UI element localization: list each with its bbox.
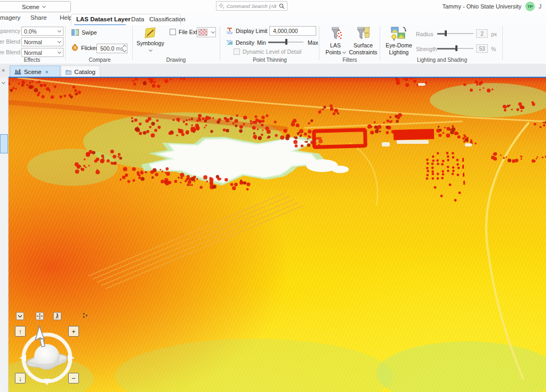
catalog-icon bbox=[66, 69, 71, 75]
command-search-placeholder: Command Search (Alt+Q) bbox=[227, 3, 277, 9]
view-tab-strip: × Scene × Catalog bbox=[0, 65, 546, 78]
feature-blend-label: ature Blend bbox=[0, 49, 20, 55]
view-tab-scene[interactable]: Scene × bbox=[10, 66, 60, 78]
density-row: Density Min bbox=[226, 39, 266, 46]
point-thinning-group-label: Point Thinning bbox=[232, 57, 307, 63]
tab-imagery[interactable]: magery bbox=[0, 14, 20, 21]
display-limit-label: Display Limit bbox=[236, 28, 268, 34]
radius-unit: px bbox=[491, 31, 497, 37]
dynamic-lod-checkbox[interactable] bbox=[234, 48, 240, 55]
navigator-up-button[interactable]: ↑ bbox=[15, 326, 26, 337]
flicker-icon bbox=[71, 44, 78, 51]
scene-navigator[interactable]: ↑ + ↓ − bbox=[15, 310, 96, 392]
strength-unit: % bbox=[491, 46, 496, 52]
clipped-overflow-text: J bbox=[539, 3, 542, 10]
sparkle-icon bbox=[219, 3, 224, 9]
tab-share[interactable]: Share bbox=[30, 14, 47, 21]
symbology-label: Symbology bbox=[136, 40, 164, 47]
flicker-interval-input[interactable]: 500.0 ms bbox=[97, 44, 127, 53]
swipe-button[interactable]: Swipe bbox=[71, 29, 97, 36]
display-limit-row: Display Limit bbox=[226, 27, 268, 34]
navigator-zoom-out-button[interactable]: − bbox=[68, 373, 79, 383]
display-limit-icon bbox=[226, 27, 233, 34]
eye-dome-lighting-icon bbox=[390, 26, 407, 42]
flicker-button[interactable]: Flicker bbox=[71, 44, 98, 51]
navigator-compass[interactable] bbox=[15, 310, 96, 392]
swipe-label: Swipe bbox=[82, 29, 97, 36]
scene-view-icon bbox=[14, 69, 21, 75]
tab-classification[interactable]: Classification bbox=[149, 16, 186, 22]
density-label: Density bbox=[236, 39, 254, 46]
flicker-spinner[interactable] bbox=[123, 45, 126, 52]
pane-close-icon[interactable]: × bbox=[2, 67, 5, 74]
tab-data[interactable]: Data bbox=[131, 16, 144, 22]
user-name: Tammy - Ohio State University bbox=[442, 3, 521, 10]
surface-constraints-button[interactable]: Surface Constraints bbox=[349, 26, 378, 55]
density-icon bbox=[226, 39, 233, 46]
navigator-down-button[interactable]: ↓ bbox=[15, 373, 26, 383]
layer-blend-dropdown[interactable]: Normal bbox=[21, 37, 63, 46]
file-extent-symbol-dropdown[interactable] bbox=[197, 27, 216, 37]
strength-value-box[interactable]: 53 bbox=[476, 44, 488, 53]
strength-label: Strength bbox=[416, 46, 437, 52]
file-extent-checkbox[interactable] bbox=[170, 29, 176, 35]
navigator-pan-button[interactable] bbox=[36, 312, 44, 320]
title-bar: Scene Command Search (Alt+Q) Tammy - Ohi… bbox=[0, 0, 546, 13]
layer-blend-label: yer Blend bbox=[0, 38, 20, 45]
feature-blend-value: Normal bbox=[24, 50, 42, 56]
feature-blend-dropdown[interactable]: Normal bbox=[21, 48, 63, 57]
lighting-group-label: Lighting and Shading bbox=[386, 57, 498, 63]
drawing-group-label: Drawing bbox=[139, 57, 213, 63]
surface-constraints-icon bbox=[355, 26, 371, 42]
collapsed-pane-selected-item[interactable] bbox=[0, 134, 8, 153]
las-points-label-line2: Points bbox=[325, 49, 345, 56]
symbology-button[interactable]: Symbology bbox=[135, 27, 165, 52]
scene-tab-close-icon[interactable]: × bbox=[45, 69, 49, 75]
display-limit-input[interactable]: 4,000,000 bbox=[269, 26, 316, 36]
radius-slider[interactable] bbox=[437, 30, 473, 36]
arcgis-pro-window: Scene Command Search (Alt+Q) Tammy - Ohi… bbox=[0, 0, 546, 392]
search-icon[interactable] bbox=[279, 3, 285, 9]
resize-handle-icon bbox=[83, 313, 87, 318]
transparency-dropdown[interactable]: 0.0% bbox=[21, 27, 63, 36]
pane-expand-chevron-icon[interactable] bbox=[2, 80, 5, 84]
avatar[interactable]: TP bbox=[525, 2, 535, 11]
contextual-tab-group: LAS Dataset Layer Data Classification bbox=[71, 14, 181, 25]
surface-label-line1: Surface bbox=[354, 42, 373, 49]
pan-icon bbox=[37, 313, 43, 319]
chevron-down-icon bbox=[148, 48, 152, 52]
tab-las-dataset-layer[interactable]: LAS Dataset Layer bbox=[76, 16, 131, 22]
strength-slider[interactable] bbox=[437, 45, 473, 51]
density-min-label: Min bbox=[257, 39, 266, 46]
ribbon: ansparency 0.0% yer Blend Normal ature B… bbox=[0, 25, 546, 64]
symbology-icon bbox=[143, 27, 157, 40]
las-points-button[interactable]: LAS Points bbox=[323, 26, 348, 55]
project-scene-dropdown[interactable]: Scene bbox=[0, 1, 71, 12]
edl-label-line2: Lighting bbox=[389, 49, 409, 56]
scene-viewport[interactable]: ↑ + ↓ − bbox=[9, 78, 546, 392]
navigator-zoom-in-button[interactable]: + bbox=[68, 326, 79, 337]
swipe-icon bbox=[71, 29, 79, 36]
density-slider[interactable] bbox=[268, 39, 303, 45]
walk-person-icon bbox=[55, 313, 60, 319]
display-limit-value: 4,000,000 bbox=[273, 28, 298, 34]
navigator-collapse-button[interactable] bbox=[16, 312, 24, 320]
transparency-value: 0.0% bbox=[24, 28, 37, 35]
collapsed-side-pane[interactable] bbox=[0, 78, 9, 392]
extent-symbol-swatch bbox=[198, 29, 207, 36]
layer-blend-value: Normal bbox=[24, 39, 42, 45]
catalog-tab-label: Catalog bbox=[74, 69, 95, 75]
surface-label-line2: Constraints bbox=[349, 49, 377, 56]
las-points-filter-icon bbox=[327, 26, 343, 42]
compare-group-label: Compare bbox=[71, 57, 128, 63]
radius-label: Radius bbox=[416, 31, 433, 37]
effects-group-label: Effects bbox=[5, 57, 59, 63]
radius-value-box[interactable]: 2 bbox=[476, 29, 488, 38]
project-scene-label: Scene bbox=[22, 4, 39, 10]
dynamic-lod-label: Dynamic Level of Detail bbox=[243, 48, 301, 55]
navigator-walk-button[interactable] bbox=[53, 312, 61, 320]
view-tab-catalog[interactable]: Catalog bbox=[61, 66, 100, 78]
user-account-area[interactable]: Tammy - Ohio State University TP J bbox=[442, 2, 542, 11]
eye-dome-lighting-button[interactable]: Eye-Dome Lighting bbox=[384, 26, 414, 55]
command-search-input[interactable]: Command Search (Alt+Q) bbox=[216, 1, 287, 11]
